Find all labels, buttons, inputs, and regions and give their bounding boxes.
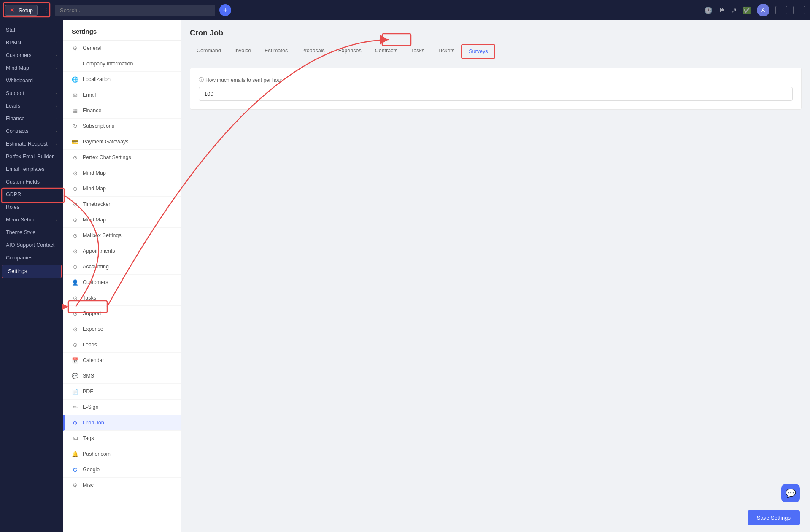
settings-menu-cron-job[interactable]: ⚙ Cron Job [63,415,181,431]
settings-menu-sms[interactable]: 💬 SMS [63,368,181,384]
sidebar-item-whiteboard[interactable]: Whiteboard [0,74,63,87]
sidebar-item-menu-setup[interactable]: Menu Setup ‹ [0,213,63,226]
settings-menu-tags[interactable]: 🏷 Tags [63,431,181,446]
sidebar-item-support[interactable]: Support ‹ [0,87,63,100]
topbar-actions: 🕐 🖥 ↗ ✅ A [704,4,805,16]
sidebar-item-email-templates[interactable]: Email Templates [0,163,63,176]
settings-menu-support[interactable]: ⊙ Support [63,306,181,321]
add-button[interactable]: + [219,4,231,16]
tab-expenses[interactable]: Expenses [332,44,368,59]
settings-menu-mailbox[interactable]: ⊙ Mailbox Settings [63,228,181,243]
accounting-icon: ⊙ [72,263,78,270]
chat-fab-button[interactable]: 💬 [781,484,800,502]
localization-icon: 🌐 [72,76,78,83]
tab-command[interactable]: Command [190,44,228,59]
sidebar-item-staff[interactable]: Staff [0,24,63,36]
page-title: Cron Job [190,29,802,38]
pdf-icon: 📄 [72,388,78,395]
settings-menu-misc[interactable]: ⚙ Misc [63,478,181,493]
sidebar-item-finance[interactable]: Finance ‹ [0,112,63,125]
topbar: ✕ Setup ⋮ + 🕐 🖥 ↗ ✅ A [0,0,810,20]
settings-menu-google[interactable]: G Google [63,462,181,478]
settings-menu-payment-gateways[interactable]: 💳 Payment Gateways [63,134,181,150]
settings-menu-general[interactable]: ⚙ General [63,41,181,56]
settings-menu-accounting[interactable]: ⊙ Accounting [63,259,181,275]
general-icon: ⚙ [72,45,78,51]
sidebar-item-aio-support[interactable]: AIO Support Contact [0,239,63,251]
chevron-icon: ‹ [56,129,57,134]
sidebar-item-gdpr[interactable]: GDPR [0,188,63,201]
mind-map-icon: ⊙ [72,170,78,176]
brand-button[interactable]: ✕ Setup [5,5,38,16]
settings-menu-customers[interactable]: 👤 Customers [63,275,181,290]
chevron-icon: ‹ [56,41,57,45]
settings-menu-mind-map-1[interactable]: ⊙ Mind Map [63,165,181,181]
sidebar-item-companies[interactable]: Companies [0,251,63,264]
main-layout: Staff BPMN ‹ Customers ‹ Mind Map ‹ Whit… [0,20,810,532]
sidebar-item-custom-fields[interactable]: Custom Fields [0,176,63,188]
chevron-icon: ‹ [56,53,57,58]
settings-menu-esign[interactable]: ✏ E-Sign [63,400,181,415]
chevron-icon: ‹ [56,154,57,159]
tab-invoice[interactable]: Invoice [228,44,258,59]
settings-menu-company-info[interactable]: ≡ Company Information [63,56,181,72]
pusher-icon: 🔔 [72,451,78,457]
chevron-icon: ‹ [56,116,57,121]
avatar[interactable]: A [757,4,770,16]
history-icon[interactable]: 🕐 [704,6,713,14]
settings-menu-localization[interactable]: 🌐 Localization [63,72,181,87]
support-icon: ⊙ [72,310,78,317]
share-icon[interactable]: ↗ [731,6,737,14]
tab-surveys[interactable]: Surveys [461,44,495,59]
tab-proposals[interactable]: Proposals [294,44,332,59]
settings-menu-pusher[interactable]: 🔔 Pusher.com [63,446,181,462]
payment-icon: 💳 [72,138,78,145]
sidebar-item-theme-style[interactable]: Theme Style [0,226,63,239]
search-input[interactable] [55,5,215,16]
sidebar-item-contracts[interactable]: Contracts ‹ [0,125,63,138]
sidebar-item-bpmn[interactable]: BPMN ‹ [0,36,63,49]
save-settings-button[interactable]: Save Settings [748,510,800,525]
close-icon: ✕ [10,7,14,14]
chevron-icon: ‹ [56,218,57,222]
tab-tasks[interactable]: Tasks [404,44,431,59]
timetracker-icon: ⊙ [72,201,78,208]
sidebar-item-estimate-request[interactable]: Estimate Request ‹ [0,138,63,150]
settings-menu-appointments[interactable]: ⊙ Appointments [63,243,181,259]
window-btn-1[interactable] [775,6,787,14]
chevron-icon: ‹ [56,104,57,108]
monitor-icon[interactable]: 🖥 [718,6,725,14]
cron-icon: ⚙ [72,419,78,426]
sidebar-item-leads[interactable]: Leads ‹ [0,100,63,112]
settings-menu-perfex-chat[interactable]: ⊙ Perfex Chat Settings [63,150,181,165]
settings-menu-subscriptions[interactable]: ↻ Subscriptions [63,119,181,134]
settings-menu-finance[interactable]: ▦ Finance [63,103,181,119]
check-icon[interactable]: ✅ [742,6,751,14]
emails-per-hour-input[interactable] [199,87,793,101]
tasks-icon: ⊙ [72,294,78,301]
settings-menu-email[interactable]: ✉ Email [63,87,181,103]
settings-menu-timetracker[interactable]: ⊙ Timetracker [63,197,181,212]
chevron-icon: ‹ [56,91,57,96]
settings-menu-pdf[interactable]: 📄 PDF [63,384,181,400]
company-icon: ≡ [72,60,78,67]
sidebar-item-perfex-email-builder[interactable]: Perfex Email Builder ‹ [0,150,63,163]
settings-menu-calendar[interactable]: 📅 Calendar [63,353,181,368]
sidebar-item-customers[interactable]: Customers ‹ [0,49,63,62]
form-section: ⓘ How much emails to sent per hour [190,68,802,110]
settings-menu-leads[interactable]: ⊙ Leads [63,337,181,353]
sidebar-item-mind-map[interactable]: Mind Map ‹ [0,62,63,74]
sidebar-item-settings[interactable]: Settings [2,265,62,278]
tab-estimates[interactable]: Estimates [258,44,294,59]
content-area: Settings ⚙ General ≡ Company Information… [63,20,810,532]
sidebar-item-roles[interactable]: Roles [0,201,63,213]
settings-menu-mind-map-3[interactable]: ⊙ Mind Map [63,212,181,228]
settings-menu-expense[interactable]: ⊙ Expense [63,321,181,337]
divider-icon: ⋮ [43,7,49,14]
tab-contracts[interactable]: Contracts [368,44,405,59]
settings-menu-mind-map-2[interactable]: ⊙ Mind Map [63,181,181,197]
brand-label: Setup [19,7,33,14]
settings-menu-tasks[interactable]: ⊙ Tasks [63,290,181,306]
tab-tickets[interactable]: Tickets [431,44,461,59]
window-btn-2[interactable] [793,6,805,14]
